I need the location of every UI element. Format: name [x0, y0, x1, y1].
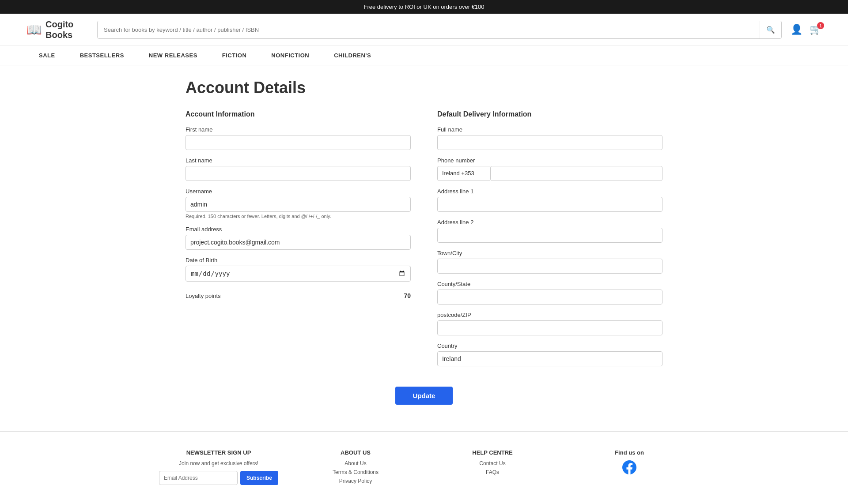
full-name-input[interactable] [437, 135, 662, 150]
contact-link[interactable]: Contact Us [433, 460, 552, 466]
logo-icon: 📖 [26, 23, 42, 37]
nav-new-releases[interactable]: NEW RELEASES [136, 46, 210, 65]
update-section: Update [186, 387, 662, 405]
last-name-label: Last name [186, 157, 411, 164]
county-input[interactable] [437, 290, 662, 305]
phone-label: Phone number [437, 157, 662, 164]
town-label: Town/City [437, 250, 662, 256]
full-name-group: Full name [437, 126, 662, 150]
search-button[interactable]: 🔍 [760, 21, 781, 38]
search-input[interactable] [98, 21, 760, 38]
footer: NEWSLETTER SIGN UP Join now and get excl… [0, 431, 848, 500]
nav-sale[interactable]: SALE [26, 46, 68, 65]
header-icons: 👤 🛒 1 [791, 24, 822, 35]
phone-input-group: Ireland +353 [437, 166, 662, 181]
form-sections: Account Information First name Last name… [186, 110, 662, 373]
nav-bestsellers[interactable]: BESTSELLERS [68, 46, 136, 65]
phone-country-selector[interactable]: Ireland +353 [437, 166, 490, 181]
footer-help: HELP CENTRE Contact Us FAQs [433, 449, 552, 487]
privacy-link[interactable]: Privacy Policy [296, 478, 415, 484]
nav-childrens[interactable]: CHILDREN'S [322, 46, 383, 65]
terms-link[interactable]: Terms & Conditions [296, 469, 415, 475]
address1-label: Address line 1 [437, 188, 662, 195]
address2-input[interactable] [437, 228, 662, 243]
cart-button[interactable]: 🛒 1 [810, 24, 822, 35]
loyalty-row: Loyalty points 70 [186, 289, 411, 303]
email-label: Email address [186, 226, 411, 233]
full-name-label: Full name [437, 126, 662, 133]
first-name-label: First name [186, 126, 411, 133]
footer-grid: NEWSLETTER SIGN UP Join now and get excl… [159, 449, 689, 487]
last-name-group: Last name [186, 157, 411, 181]
username-label: Username [186, 188, 411, 195]
dob-input[interactable] [186, 266, 411, 282]
county-group: County/State [437, 281, 662, 305]
page-title: Account Details [186, 79, 662, 97]
phone-number-input[interactable] [490, 166, 662, 181]
postcode-input[interactable] [437, 320, 662, 335]
country-group: Country [437, 342, 662, 366]
main-content: Account Details Account Information Firs… [159, 65, 689, 431]
facebook-icon[interactable] [570, 460, 689, 476]
social-title: Find us on [570, 449, 689, 456]
username-hint: Required. 150 characters or fewer. Lette… [186, 214, 411, 219]
town-group: Town/City [437, 250, 662, 274]
delivery-info-section: Default Delivery Information Full name P… [437, 110, 662, 373]
county-label: County/State [437, 281, 662, 287]
account-info-section: Account Information First name Last name… [186, 110, 411, 373]
loyalty-value: 70 [404, 292, 411, 299]
nav-nonfiction[interactable]: NONFICTION [259, 46, 322, 65]
country-label: Country [437, 342, 662, 349]
email-input[interactable] [186, 235, 411, 250]
footer-newsletter: NEWSLETTER SIGN UP Join now and get excl… [159, 449, 278, 487]
account-button[interactable]: 👤 [791, 24, 803, 35]
dob-label: Date of Birth [186, 257, 411, 263]
faqs-link[interactable]: FAQs [433, 469, 552, 475]
newsletter-title: NEWSLETTER SIGN UP [159, 449, 278, 456]
footer-social: Find us on [570, 449, 689, 487]
about-link[interactable]: About Us [296, 460, 415, 466]
newsletter-form: Subscribe [159, 471, 278, 485]
top-banner: Free delivery to ROI or UK on orders ove… [0, 0, 848, 14]
postcode-group: postcode/ZIP [437, 312, 662, 335]
banner-text: Free delivery to ROI or UK on orders ove… [363, 4, 484, 10]
main-nav: SALE BESTSELLERS NEW RELEASES FICTION NO… [0, 46, 848, 65]
address1-group: Address line 1 [437, 188, 662, 212]
logo[interactable]: 📖 Cogito Books [26, 19, 88, 40]
account-section-title: Account Information [186, 110, 411, 118]
dob-group: Date of Birth [186, 257, 411, 282]
cart-badge: 1 [817, 22, 824, 29]
first-name-group: First name [186, 126, 411, 150]
about-title: ABOUT US [296, 449, 415, 456]
nav-fiction[interactable]: FICTION [210, 46, 259, 65]
phone-group: Phone number Ireland +353 [437, 157, 662, 181]
header: 📖 Cogito Books 🔍 👤 🛒 1 [0, 14, 848, 46]
subscribe-button[interactable]: Subscribe [240, 471, 278, 485]
postcode-label: postcode/ZIP [437, 312, 662, 318]
search-bar: 🔍 [97, 21, 782, 39]
country-input[interactable] [437, 351, 662, 366]
username-group: Username Required. 150 characters or few… [186, 188, 411, 219]
footer-about: ABOUT US About Us Terms & Conditions Pri… [296, 449, 415, 487]
email-group: Email address [186, 226, 411, 250]
address1-input[interactable] [437, 197, 662, 212]
last-name-input[interactable] [186, 166, 411, 181]
logo-text: Cogito Books [45, 19, 73, 40]
username-input[interactable] [186, 197, 411, 212]
update-button[interactable]: Update [395, 387, 453, 405]
address2-group: Address line 2 [437, 219, 662, 243]
town-input[interactable] [437, 259, 662, 274]
delivery-section-title: Default Delivery Information [437, 110, 662, 118]
address2-label: Address line 2 [437, 219, 662, 226]
help-title: HELP CENTRE [433, 449, 552, 456]
first-name-input[interactable] [186, 135, 411, 150]
loyalty-label: Loyalty points [186, 293, 221, 299]
newsletter-description: Join now and get exclusive offers! [159, 460, 278, 466]
newsletter-email-input[interactable] [159, 471, 238, 485]
